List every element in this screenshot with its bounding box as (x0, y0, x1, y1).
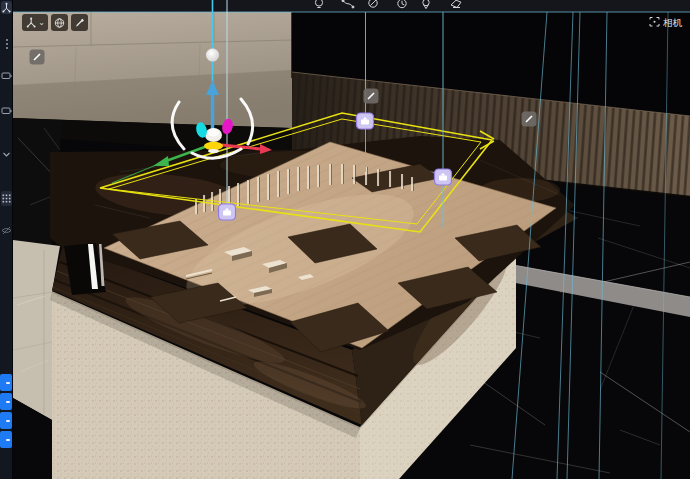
viewport-3d[interactable]: 相机 (0, 0, 690, 479)
left-sidebar (0, 0, 13, 479)
camera-badge[interactable] (357, 113, 374, 129)
display-panel-icon (1, 72, 12, 81)
app-window: 相机 (0, 0, 690, 479)
transform-gizmo-button[interactable]: ⌄ (22, 14, 48, 31)
floor-button-3[interactable] (0, 412, 12, 429)
chevron-down-icon: ⌄ (38, 19, 45, 27)
chevron-down-icon (2, 152, 11, 158)
pointer-tool-button[interactable] (1, 1, 12, 14)
world-space-button[interactable] (51, 14, 68, 31)
more-menu-button[interactable] (0, 38, 13, 50)
display-panel-button[interactable] (0, 71, 13, 81)
floor-button-1[interactable] (0, 374, 12, 391)
floor-button-2[interactable] (0, 393, 12, 410)
axis-3d-icon (25, 16, 37, 29)
draw-pen-button[interactable] (71, 14, 88, 31)
grid-snap-icon (2, 194, 11, 203)
visibility-off-button[interactable] (0, 226, 13, 235)
gizmo-toolbar: ⌄ (22, 14, 88, 31)
floor-button-4[interactable] (0, 431, 12, 448)
floor-button-mark (6, 382, 10, 384)
more-menu-icon (5, 38, 9, 50)
pen-icon (74, 17, 85, 29)
edit-pen-badge[interactable] (522, 112, 537, 127)
gizmo-ring[interactable] (204, 142, 223, 150)
globe-icon (54, 17, 65, 29)
grid-snap-button[interactable] (1, 191, 12, 206)
floor-button-mark (6, 420, 10, 422)
collapse-button[interactable] (0, 152, 13, 158)
edit-pen-badge[interactable] (364, 89, 379, 104)
camera-badge[interactable] (435, 169, 452, 185)
floor-button-mark (6, 401, 10, 403)
visibility-off-icon (1, 226, 12, 235)
gizmo-top-handle[interactable] (206, 49, 219, 62)
pointer-tool-icon (1, 1, 12, 14)
display-panel-button-2[interactable] (0, 106, 13, 116)
edit-pen-badge[interactable] (30, 50, 45, 65)
display-panel-icon-2 (1, 107, 12, 116)
camera-indicator-label: 相机 (663, 17, 683, 28)
floor-button-mark (6, 439, 10, 441)
camera-badge[interactable] (219, 204, 236, 220)
